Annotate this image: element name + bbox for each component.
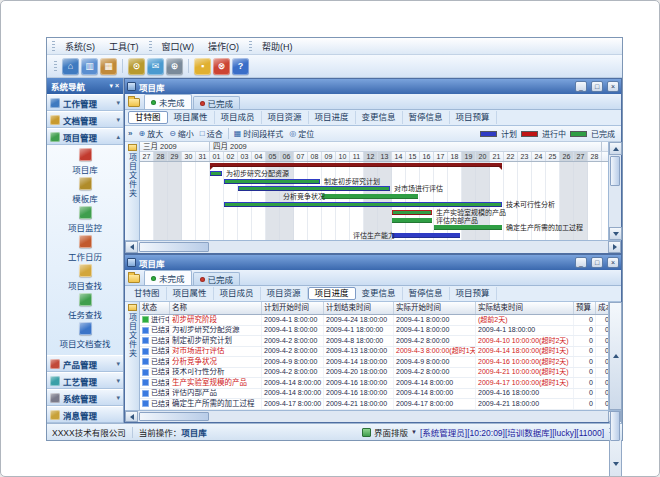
column-header-预算[interactable]: 预算	[574, 302, 596, 314]
gantt-window-titlebar[interactable]: 项目库 _ □ ×	[125, 79, 621, 94]
sidebar-group-产品管理[interactable]: 产品管理▾	[47, 355, 123, 372]
view-tab-甘特图[interactable]: 甘特图	[128, 111, 168, 124]
scroll-right-button[interactable]	[608, 241, 621, 253]
folder-tab-已完成[interactable]: 已完成	[193, 272, 241, 285]
view-tab-项目属性[interactable]: 项目属性	[168, 111, 215, 124]
scroll-up-button[interactable]	[609, 142, 622, 155]
column-header-实际结束时间[interactable]: 实际结束时间	[476, 302, 574, 314]
column-header-状态[interactable]: 状态	[140, 302, 170, 314]
pin-icon[interactable]: ▾	[109, 82, 113, 90]
gantt-bar-为初步研究分配资源[interactable]	[210, 171, 222, 176]
menu-item-5[interactable]: 帮助(H)	[255, 39, 300, 54]
monitor-icon[interactable]: ▥	[81, 58, 98, 75]
view-tab-暂停信息[interactable]: 暂停信息	[403, 287, 450, 300]
minimize-button[interactable]: _	[575, 257, 587, 268]
sidebar-group-message[interactable]: 消息管理	[47, 406, 123, 423]
gantt-bar-初步研究阶段[interactable]	[210, 163, 502, 167]
maximize-button[interactable]: □	[591, 257, 603, 268]
sidebar-group-工作管理[interactable]: 工作管理▾	[47, 94, 123, 111]
view-tab-甘特图[interactable]: 甘特图	[128, 287, 167, 300]
scroll-thumb[interactable]	[610, 156, 620, 186]
view-tab-变更信息[interactable]: 变更信息	[356, 111, 403, 124]
gantt-tool-缩小[interactable]: ⊖缩小	[166, 128, 197, 139]
sidebar-group-文档管理[interactable]: 文档管理▾	[47, 111, 123, 128]
home-icon[interactable]: ⌂	[62, 58, 79, 75]
sidebar-item-任务查找[interactable]: 任务查找	[47, 292, 123, 321]
minimize-button[interactable]: _	[575, 81, 587, 92]
menu-item-4[interactable]: 操作(O)	[201, 39, 246, 54]
table-row[interactable]: 已结束对市场进行评估2009-4-2 8:00:002009-4-13 18:0…	[140, 347, 608, 358]
scroll-thumb[interactable]	[610, 411, 620, 441]
table-row[interactable]: 已结束分析竞争状况2009-4-9 8:00:002009-4-14 18:00…	[140, 357, 608, 368]
caret-down-icon[interactable]: ▼	[411, 429, 417, 435]
lock-icon[interactable]: ▪	[194, 58, 211, 75]
gantt-tool-时间段样式[interactable]: ▦时间段样式	[231, 128, 287, 139]
table-row[interactable]: 进行中初步研究阶段2009-4-1 8:00:002009-4-24 18:00…	[140, 315, 608, 326]
calendar-icon[interactable]: ▦	[100, 58, 117, 75]
scroll-up-button[interactable]	[609, 302, 622, 410]
sidebar-item-项目文档查找[interactable]: 项目文档查找	[47, 321, 123, 350]
view-tab-项目资源[interactable]: 项目资源	[262, 111, 309, 124]
gantt-bar-技术可行性分析[interactable]	[224, 202, 502, 207]
vertical-scrollbar[interactable]	[608, 142, 621, 240]
sidebar-item-工作日历[interactable]: 工作日历	[47, 234, 123, 263]
column-header-计划结束时间[interactable]: 计划结束时间	[324, 302, 394, 314]
folder-tab-已完成[interactable]: 已完成	[193, 96, 241, 109]
settings-icon[interactable]: ⊕	[166, 58, 183, 75]
view-tab-项目资源[interactable]: 项目资源	[261, 287, 308, 300]
gantt-tool-放大[interactable]: ⊕放大	[135, 128, 166, 139]
sidebar-group-项目管理[interactable]: 项目管理▴	[47, 128, 123, 145]
vertical-scrollbar[interactable]	[608, 302, 621, 410]
sidebar-item-项目库[interactable]: 项目库	[47, 147, 123, 176]
mail-icon[interactable]: ✉	[147, 58, 164, 75]
close-icon[interactable]: ×	[115, 82, 119, 90]
table-window-titlebar[interactable]: 项目库 _ □ ×	[125, 255, 621, 270]
folder-icon[interactable]	[128, 98, 140, 107]
column-header-实际开始时间[interactable]: 实际开始时间	[394, 302, 476, 314]
folder-icon[interactable]	[128, 274, 140, 283]
sidebar-item-项目查找[interactable]: 项目查找	[47, 263, 123, 292]
view-tab-项目成员[interactable]: 项目成员	[215, 111, 262, 124]
column-header-名称[interactable]: 名称	[170, 302, 262, 314]
search-icon[interactable]: ⊙	[128, 58, 145, 75]
table-row[interactable]: 已结束确定生产所需的加工过程2009-4-17 8:00:002009-4-21…	[140, 399, 608, 410]
menu-item-2[interactable]: 工具(T)	[102, 39, 146, 54]
table-row[interactable]: 已结束评估内部产品2009-4-14 8:00:002009-4-16 18:0…	[140, 389, 608, 400]
folder-tab-未完成[interactable]: 未完成	[144, 270, 192, 285]
gantt-bar-评估生产能力[interactable]	[392, 233, 460, 238]
view-tab-暂停信息[interactable]: 暂停信息	[403, 111, 450, 124]
scroll-thumb[interactable]	[139, 412, 209, 421]
view-tab-项目进度[interactable]: 项目进度	[308, 287, 356, 300]
table-row[interactable]: 已结束技术可行性分析2009-4-2 8:00:002009-4-20 18:0…	[140, 368, 608, 379]
view-tab-项目预算[interactable]: 项目预算	[450, 287, 497, 300]
column-header-计划开始时间[interactable]: 计划开始时间	[262, 302, 324, 314]
help-icon[interactable]: ?	[232, 58, 249, 75]
scroll-down-button[interactable]	[609, 227, 622, 240]
menu-item-1[interactable]: 系统(S)	[58, 39, 102, 54]
maximize-button[interactable]: □	[591, 81, 603, 92]
scroll-thumb[interactable]	[139, 242, 209, 252]
sidebar-group-系统管理[interactable]: 系统管理▾	[47, 389, 123, 406]
close-button[interactable]: ×	[607, 81, 619, 92]
table-row[interactable]: 已结束生产实验室规模的产品2009-4-14 8:00:002009-4-16 …	[140, 378, 608, 389]
column-header-成本[interactable]: 成本	[596, 302, 608, 314]
scroll-track[interactable]	[138, 411, 608, 422]
folder-side-tab[interactable]: 项目文件夹	[125, 302, 140, 410]
close-button[interactable]: ×	[607, 257, 619, 268]
scroll-track[interactable]	[609, 155, 621, 227]
table-row[interactable]: 已结束为初步研究分配资源2009-4-1 8:00:002009-4-1 18:…	[140, 326, 608, 337]
view-tab-项目属性[interactable]: 项目属性	[167, 287, 214, 300]
gantt-bar-评估内部产品[interactable]	[392, 218, 432, 223]
horizontal-scrollbar[interactable]	[125, 410, 621, 422]
gantt-bar-对市场进行评估[interactable]	[238, 186, 390, 191]
gantt-bar-生产实验室规模的产品[interactable]	[392, 210, 432, 215]
horizontal-scrollbar[interactable]	[125, 240, 621, 253]
view-tab-变更信息[interactable]: 变更信息	[356, 287, 403, 300]
gantt-bar-分析竞争状况[interactable]	[322, 194, 418, 199]
sidebar-group-工艺管理[interactable]: 工艺管理▾	[47, 372, 123, 389]
overflow-chevron-icon[interactable]: »	[128, 129, 132, 138]
gantt-bar-确定生产所需的加工过程[interactable]	[434, 225, 502, 230]
layout-dropdown[interactable]: 界面排版	[374, 426, 408, 438]
folder-side-tab[interactable]: 项目文件夹	[125, 142, 140, 240]
table-row[interactable]: 已结束制定初步研究计划2009-4-2 8:00:002009-4-8 18:0…	[140, 336, 608, 347]
